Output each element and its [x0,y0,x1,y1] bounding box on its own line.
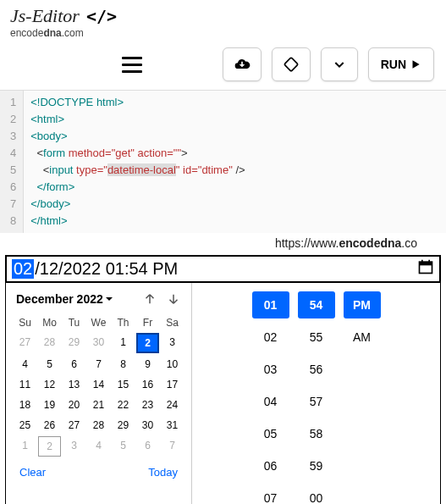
time-option [344,452,381,479]
time-option[interactable]: 56 [298,356,335,383]
time-option[interactable]: 04 [252,388,289,415]
calendar-icon[interactable] [417,258,434,280]
calendar-day[interactable]: 30 [86,332,111,354]
svg-rect-0 [284,58,297,71]
calendar-day[interactable]: 12 [37,374,62,395]
calendar-day[interactable]: 22 [111,395,135,415]
code-icon: </> [86,6,117,26]
calendar-day[interactable]: 17 [160,374,184,395]
time-option [344,485,381,504]
dow-header: Th [111,313,135,332]
calendar-day[interactable]: 21 [86,395,111,415]
calendar-day[interactable]: 4 [13,354,37,374]
calendar-day[interactable]: 16 [135,374,160,395]
calendar-day[interactable]: 15 [111,374,135,395]
calendar-day[interactable]: 20 [62,395,86,415]
header: Js-Editor </> encodedna.com [0,0,446,42]
menu-icon[interactable] [122,57,142,73]
calendar-day[interactable]: 31 [160,415,184,435]
calendar-day[interactable]: 29 [111,415,135,435]
calendar-day[interactable]: 18 [13,395,37,415]
calendar-month-select[interactable]: December 2022 [16,292,113,306]
time-option[interactable]: 02 [252,324,289,351]
time-option[interactable]: 06 [252,452,289,479]
datetime-container: 02 /12/2022 01:54 PM [5,255,441,283]
time-option[interactable]: 54 [298,291,335,318]
calendar-day[interactable]: 3 [62,435,86,457]
calendar-day[interactable]: 8 [111,354,135,374]
calendar-day[interactable]: 7 [160,435,184,457]
time-option[interactable]: AM [344,324,381,351]
time-option[interactable]: 05 [252,420,289,447]
toolbar: RUN [0,42,446,90]
run-button[interactable]: RUN [368,47,434,81]
cloud-download-icon [234,56,251,73]
time-option[interactable]: PM [344,291,381,318]
calendar-panel: December 2022 SuMoTuWeThFrSa272829301234… [6,283,192,504]
chevron-down-icon [333,58,346,71]
calendar-day[interactable]: 19 [37,395,62,415]
calendar-day[interactable]: 24 [160,395,184,415]
calendar-day[interactable]: 10 [160,354,184,374]
download-button[interactable] [223,47,262,81]
calendar-day[interactable]: 29 [62,332,86,354]
subdomain: encodedna.com [10,27,436,39]
calendar-grid: SuMoTuWeThFrSa27282930123456789101112131… [13,313,184,457]
play-icon [410,58,421,70]
calendar-day[interactable]: 7 [86,354,111,374]
calendar-day[interactable]: 6 [62,354,86,374]
calendar-day[interactable]: 26 [37,415,62,435]
code-editor[interactable]: 12345678 <!DOCTYPE html><html><body> <fo… [0,90,446,233]
dropdown-button[interactable] [321,47,358,81]
time-option [344,388,381,415]
calendar-day[interactable]: 6 [135,435,160,457]
time-option[interactable]: 58 [298,420,335,447]
next-month-icon[interactable] [166,291,181,307]
calendar-day[interactable]: 2 [38,436,61,457]
time-option[interactable]: 07 [252,485,289,504]
line-gutter: 12345678 [0,91,24,233]
calendar-day[interactable]: 1 [111,332,135,354]
calendar-day[interactable]: 5 [111,435,135,457]
time-option[interactable]: 55 [298,324,335,351]
datetime-picker: December 2022 SuMoTuWeThFrSa272829301234… [5,283,441,504]
datetime-input[interactable]: 02 /12/2022 01:54 PM [5,257,441,283]
time-option [344,356,381,383]
calendar-day[interactable]: 9 [135,354,160,374]
rotate-button[interactable] [272,47,311,81]
calendar-day[interactable]: 13 [62,374,86,395]
app-title: Js-Editor [10,5,80,27]
calendar-day[interactable]: 5 [37,354,62,374]
run-label: RUN [381,58,406,71]
datetime-rest[interactable]: /12/2022 01:54 PM [34,259,179,279]
calendar-day[interactable]: 28 [86,415,111,435]
dow-header: Sa [160,313,184,332]
svg-rect-2 [420,262,432,265]
dow-header: We [86,313,111,332]
datetime-month-selected[interactable]: 02 [12,259,34,279]
time-option[interactable]: 01 [252,291,289,318]
time-option[interactable]: 03 [252,356,289,383]
calendar-day[interactable]: 30 [135,415,160,435]
today-button[interactable]: Today [148,466,178,479]
time-option[interactable]: 00 [298,485,335,504]
time-option[interactable]: 57 [298,388,335,415]
calendar-day[interactable]: 25 [13,415,37,435]
calendar-day[interactable]: 28 [37,332,62,354]
calendar-day[interactable]: 3 [160,332,184,354]
calendar-day[interactable]: 14 [86,374,111,395]
code-area[interactable]: <!DOCTYPE html><html><body> <form method… [24,91,251,233]
prev-month-icon[interactable] [142,291,157,307]
calendar-day[interactable]: 27 [13,332,37,354]
dow-header: Su [13,313,37,332]
calendar-day[interactable]: 11 [13,374,37,395]
dow-header: Fr [135,313,160,332]
caret-down-icon [105,295,113,303]
time-option[interactable]: 59 [298,452,335,479]
calendar-day[interactable]: 27 [62,415,86,435]
calendar-day[interactable]: 23 [135,395,160,415]
calendar-day[interactable]: 1 [13,435,37,457]
clear-button[interactable]: Clear [19,466,46,479]
calendar-day[interactable]: 2 [136,333,159,353]
calendar-day[interactable]: 4 [86,435,111,457]
